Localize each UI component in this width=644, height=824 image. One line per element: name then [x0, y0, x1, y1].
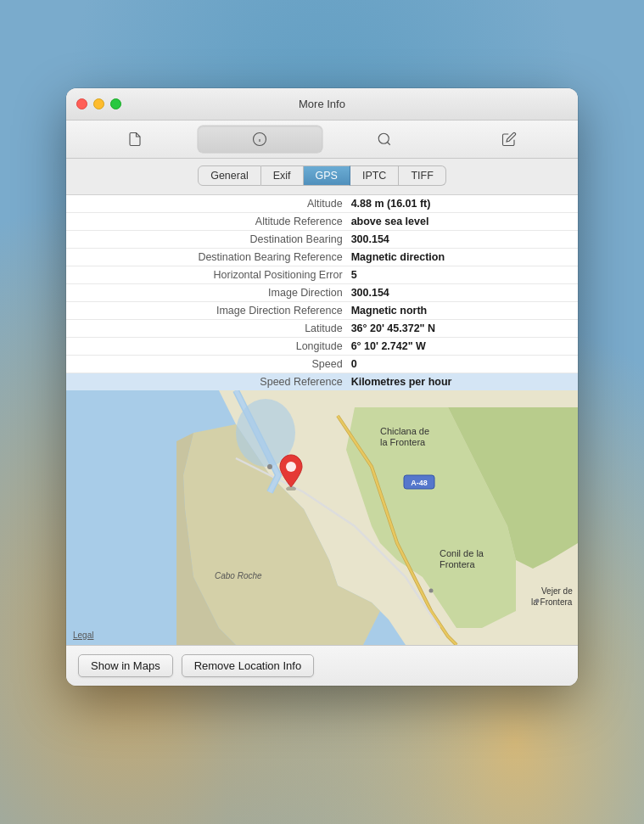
title-bar: More Info: [66, 88, 578, 121]
map-svg: A-48 Chiclana de la Frontera Cabo Roche …: [66, 390, 578, 645]
svg-text:Frontera: Frontera: [440, 559, 475, 569]
field-label: Image Direction Reference: [66, 301, 348, 319]
field-label: Destination Bearing: [66, 230, 348, 248]
file-toolbar-btn[interactable]: [73, 126, 198, 153]
tab-tiff[interactable]: TIFF: [399, 165, 445, 186]
svg-text:Vejer de: Vejer de: [541, 586, 573, 596]
table-row: Speed Reference Kilometres per hour: [66, 373, 578, 390]
field-value: 36° 20' 45.372" N: [348, 319, 578, 337]
table-row: Speed 0: [66, 355, 578, 373]
svg-point-9: [267, 464, 272, 469]
field-label: Altitude: [66, 195, 348, 213]
file-icon: [127, 132, 143, 147]
svg-text:Cabo Roche: Cabo Roche: [215, 571, 262, 580]
maximize-button[interactable]: [110, 98, 121, 109]
field-value: Kilometres per hour: [348, 373, 578, 390]
svg-point-18: [535, 598, 540, 603]
field-label: Speed: [66, 355, 348, 373]
table-row: Destination Bearing 300.154: [66, 230, 578, 248]
info-toolbar-btn[interactable]: [198, 126, 322, 153]
field-label: Latitude: [66, 319, 348, 337]
table-row: Horizontal Positioning Error 5: [66, 266, 578, 283]
legal-link[interactable]: Legal: [73, 631, 93, 640]
traffic-lights: [76, 98, 121, 109]
tabs-bar: General Exif GPS IPTC TIFF: [66, 159, 578, 195]
field-value: above sea level: [348, 212, 578, 230]
field-value: 300.154: [348, 283, 578, 301]
field-value: 0: [348, 355, 578, 373]
field-label: Destination Bearing Reference: [66, 248, 348, 266]
edit-toolbar-btn[interactable]: [446, 126, 571, 153]
svg-point-20: [286, 462, 296, 472]
more-info-window: More Info: [66, 88, 578, 686]
remove-location-info-button[interactable]: Remove Location Info: [182, 654, 314, 677]
svg-point-15: [429, 588, 434, 592]
table-row: Image Direction 300.154: [66, 283, 578, 301]
search-icon: [377, 132, 392, 147]
field-label: Speed Reference: [66, 373, 348, 390]
field-value: 5: [348, 266, 578, 283]
gps-data-section: Altitude 4.88 m (16.01 ft) Altitude Refe…: [66, 195, 578, 390]
svg-text:Conil de la: Conil de la: [440, 548, 484, 558]
svg-text:la Frontera: la Frontera: [380, 437, 426, 447]
field-label: Horizontal Positioning Error: [66, 266, 348, 283]
svg-line-4: [387, 142, 389, 144]
toolbar: [66, 121, 578, 159]
table-row: Latitude 36° 20' 45.372" N: [66, 319, 578, 337]
field-value: Magnetic north: [348, 301, 578, 319]
table-row: Longitude 6° 10' 2.742" W: [66, 337, 578, 355]
svg-point-3: [378, 133, 389, 143]
map-pin[interactable]: [277, 453, 305, 487]
svg-text:Chiclana de: Chiclana de: [380, 426, 429, 436]
tab-iptc[interactable]: IPTC: [350, 165, 399, 186]
tab-gps[interactable]: GPS: [304, 165, 350, 186]
window-title: More Info: [299, 98, 345, 110]
field-label: Longitude: [66, 337, 348, 355]
table-row: Altitude Reference above sea level: [66, 212, 578, 230]
edit-icon: [501, 132, 517, 147]
tab-general[interactable]: General: [198, 165, 260, 186]
table-row: Image Direction Reference Magnetic north: [66, 301, 578, 319]
field-value: 4.88 m (16.01 ft): [348, 195, 578, 213]
field-value: 300.154: [348, 230, 578, 248]
field-value: Magnetic direction: [348, 248, 578, 266]
close-button[interactable]: [76, 98, 87, 109]
tab-exif[interactable]: Exif: [261, 165, 304, 186]
svg-text:A-48: A-48: [411, 479, 428, 487]
field-label: Image Direction: [66, 283, 348, 301]
search-toolbar-btn[interactable]: [322, 126, 447, 153]
minimize-button[interactable]: [93, 98, 104, 109]
field-value: 6° 10' 2.742" W: [348, 337, 578, 355]
info-icon: [252, 132, 267, 147]
gps-table: Altitude 4.88 m (16.01 ft) Altitude Refe…: [66, 195, 578, 390]
map-container[interactable]: A-48 Chiclana de la Frontera Cabo Roche …: [66, 390, 578, 645]
field-label: Altitude Reference: [66, 212, 348, 230]
table-row: Destination Bearing Reference Magnetic d…: [66, 248, 578, 266]
table-row: Altitude 4.88 m (16.01 ft): [66, 195, 578, 213]
bottom-bar: Show in Maps Remove Location Info: [66, 645, 578, 686]
show-in-maps-button[interactable]: Show in Maps: [78, 654, 173, 677]
